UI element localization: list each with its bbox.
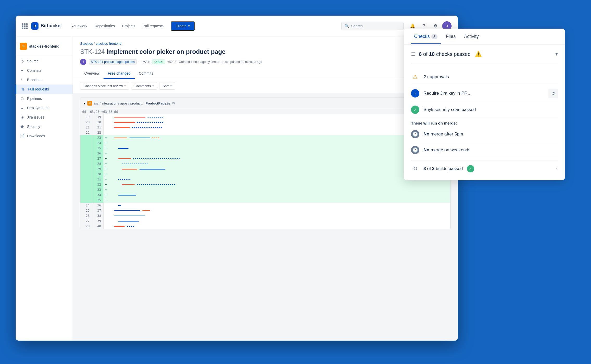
table-row: 21 21 bbox=[80, 125, 450, 130]
check-item-jira: i Require Jira key in PR… ↺ bbox=[411, 85, 558, 102]
breadcrumb-owner[interactable]: Stackies bbox=[80, 42, 93, 46]
chevron-down-icon: ▾ bbox=[124, 84, 126, 87]
sidebar-item-label: Security bbox=[27, 125, 40, 129]
diff-file-path: src / integration / apps / product / bbox=[94, 101, 143, 105]
table-row: 24 + bbox=[80, 140, 450, 146]
nav-bar: B Bitbucket Your work Repositories Proje… bbox=[16, 16, 458, 36]
sidebar-item-security[interactable]: ⬟ Security bbox=[16, 122, 73, 131]
nav-logo[interactable]: B Bitbucket bbox=[31, 22, 62, 30]
deployments-icon: ▲ bbox=[20, 106, 24, 110]
branches-icon: ⑂ bbox=[20, 77, 24, 82]
copy-icon[interactable]: ⧉ bbox=[172, 101, 175, 105]
security-icon: ⬟ bbox=[20, 124, 24, 129]
clock-icon: 🕐 bbox=[411, 146, 419, 154]
retry-button[interactable]: ↺ bbox=[548, 89, 558, 98]
sidebar-item-label: Branches bbox=[27, 78, 42, 82]
sidebar: S stackies-frontend ◇ Source ✦ Commits ⑂… bbox=[16, 36, 73, 341]
sidebar-item-downloads[interactable]: 📄 Downloads bbox=[16, 131, 73, 141]
sidebar-item-label: Pipelines bbox=[27, 96, 42, 101]
check-item-no-weekends: 🕐 No merge on weekends bbox=[411, 142, 558, 158]
success-icon: ✓ bbox=[411, 106, 419, 114]
table-row: 31 + bbox=[80, 177, 450, 182]
panel-tab-files[interactable]: Files bbox=[443, 29, 459, 44]
tab-files-changed[interactable]: Files changed bbox=[104, 69, 134, 79]
check-item-snyk: ✓ Snyk security scan passed bbox=[411, 102, 558, 118]
diff-container: ▾ JS src / integration / apps / product … bbox=[73, 93, 458, 233]
info-icon: i bbox=[411, 89, 419, 98]
breadcrumb-repo[interactable]: stackies-frontend bbox=[96, 42, 121, 46]
source-icon: ◇ bbox=[20, 59, 24, 63]
pull-requests-icon: ⇅ bbox=[21, 87, 25, 92]
checks-panel: Checks 3 Files Activity ☰ 6 of 10 checks… bbox=[404, 29, 565, 180]
table-row: 34 + bbox=[80, 192, 450, 198]
diff-table: @@ -63,23 +63,35 @@ 19 19 20 bbox=[80, 109, 450, 229]
table-row: 27 + bbox=[80, 156, 450, 161]
pipelines-icon: ⬡ bbox=[20, 96, 24, 101]
builds-expand-button[interactable]: › bbox=[556, 166, 558, 172]
check-label-no-weekends: No merge on weekends bbox=[423, 147, 471, 153]
sidebar-item-branches[interactable]: ⑂ Branches bbox=[16, 75, 73, 84]
check-label-snyk: Snyk security scan passed bbox=[423, 107, 476, 112]
sidebar-item-source[interactable]: ◇ Source bbox=[16, 56, 73, 66]
pr-meta-text: #9293 · Created 1 hour ago by Jenna · La… bbox=[168, 60, 262, 64]
diff-content: @@ -63,23 +63,35 @@ 19 19 20 bbox=[80, 109, 450, 229]
table-row: 26 38 bbox=[80, 213, 450, 218]
table-row: 28 + bbox=[80, 161, 450, 166]
nav-pull-requests[interactable]: Pull requests bbox=[139, 22, 167, 30]
diff-file: ▾ JS src / integration / apps / product … bbox=[80, 97, 451, 229]
checks-header: ☰ 6 of 10 checks passed ⚠️ ▾ bbox=[411, 51, 558, 63]
changes-since-review-button[interactable]: Changes since last review ▾ bbox=[80, 82, 129, 90]
bitbucket-logo-icon: B bbox=[31, 22, 38, 30]
table-row: 30 + bbox=[80, 172, 450, 177]
diff-hunk-header: @@ -63,23 +63,35 @@ bbox=[80, 109, 450, 114]
commits-icon: ✦ bbox=[20, 68, 24, 73]
expand-checks-button[interactable]: ▾ bbox=[555, 51, 558, 57]
files-toolbar: Changes since last review ▾ Comments ▾ S… bbox=[73, 79, 458, 93]
pr-title: STK-124 Implement color picker on produc… bbox=[80, 48, 451, 55]
check-label-jira: Require Jira key in PR… bbox=[423, 91, 472, 96]
nav-projects[interactable]: Projects bbox=[119, 22, 139, 30]
sidebar-item-label: Source bbox=[27, 59, 38, 63]
sidebar-repo: S stackies-frontend bbox=[16, 41, 73, 54]
check-item-approvals: ⚠ 2+ approvals bbox=[411, 69, 558, 85]
panel-tab-checks[interactable]: Checks 3 bbox=[411, 29, 441, 44]
tab-overview[interactable]: Overview bbox=[80, 69, 104, 79]
grid-icon[interactable] bbox=[22, 23, 27, 29]
pr-to-branch: MAIN bbox=[143, 60, 151, 64]
sidebar-item-pipelines[interactable]: ⬡ Pipelines bbox=[16, 94, 73, 103]
table-row: 29 + bbox=[80, 166, 450, 172]
sidebar-item-jira-issues[interactable]: ◈ Jira issues bbox=[16, 113, 73, 122]
diff-file-name: ProductPage.js bbox=[145, 101, 170, 105]
check-label-approvals: 2+ approvals bbox=[423, 74, 449, 80]
builds-success-icon: ✓ bbox=[467, 165, 474, 172]
run-on-merge-label: These will run on merge: bbox=[411, 118, 558, 126]
chevron-down-icon: ▾ bbox=[170, 84, 172, 87]
nav-repositories[interactable]: Repositories bbox=[92, 22, 118, 30]
sidebar-item-label: Downloads bbox=[27, 134, 45, 138]
collapse-icon[interactable]: ▾ bbox=[83, 101, 85, 105]
search-input[interactable]: 🔍 Search bbox=[341, 22, 404, 30]
sort-button[interactable]: Sort ▾ bbox=[159, 82, 175, 90]
clock-icon: 🕐 bbox=[411, 130, 419, 138]
table-row: 19 19 bbox=[80, 114, 450, 120]
main-layout: S stackies-frontend ◇ Source ✦ Commits ⑂… bbox=[16, 36, 458, 341]
nav-links: Your work Repositories Projects Pull req… bbox=[68, 22, 167, 30]
tab-commits[interactable]: Commits bbox=[135, 69, 157, 79]
sidebar-item-commits[interactable]: ✦ Commits bbox=[16, 66, 73, 75]
sidebar-item-pull-requests[interactable]: ⇅ Pull requests bbox=[16, 84, 73, 94]
create-button[interactable]: Create ▾ bbox=[171, 21, 195, 31]
browser-window: B Bitbucket Your work Repositories Proje… bbox=[16, 16, 458, 341]
pr-key: STK-124 bbox=[80, 48, 105, 55]
table-row: 33 + bbox=[80, 187, 450, 192]
comments-button[interactable]: Comments ▾ bbox=[131, 82, 157, 90]
repo-icon: S bbox=[20, 43, 27, 50]
sidebar-item-label: Pull requests bbox=[28, 87, 49, 91]
checks-badge: 3 bbox=[431, 34, 438, 39]
jira-icon: ◈ bbox=[20, 115, 24, 120]
repo-name: stackies-frontend bbox=[29, 44, 60, 48]
pr-header: Stackies / stackies-frontend STK-124 Imp… bbox=[73, 36, 458, 79]
pr-from-branch[interactable]: STK-124-product-page-updates bbox=[89, 59, 137, 64]
sidebar-item-deployments[interactable]: ▲ Deployments bbox=[16, 103, 73, 113]
nav-your-work[interactable]: Your work bbox=[68, 22, 91, 30]
panel-tab-activity[interactable]: Activity bbox=[461, 29, 482, 44]
